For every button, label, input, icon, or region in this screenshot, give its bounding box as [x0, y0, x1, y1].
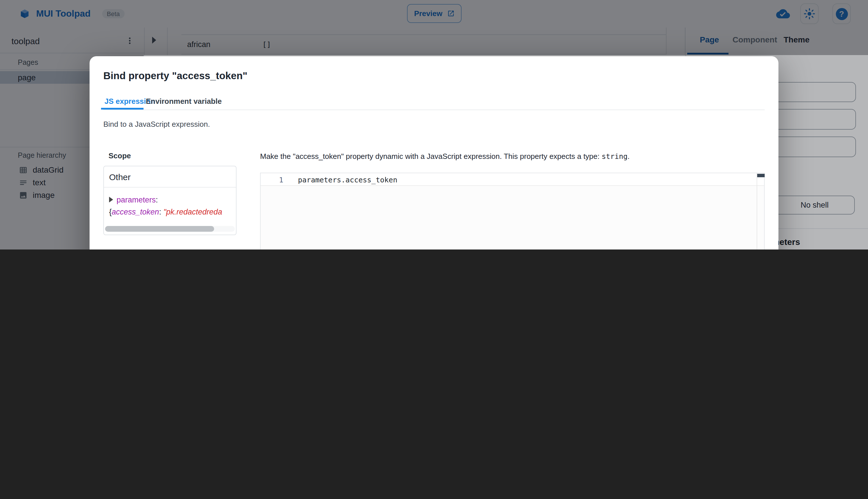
tree-value-preview: "pk.redactedreda: [163, 208, 222, 216]
tree-key: parameters: [117, 196, 156, 204]
editor-scroll-gutter: [757, 173, 757, 250]
code-editor[interactable]: 1 parameters.access_token: [260, 173, 765, 250]
tab-environment-variable[interactable]: Environment variable: [146, 97, 222, 106]
scope-scrollbar-thumb[interactable]: [105, 226, 214, 232]
tree-prop: access_token: [112, 208, 159, 216]
modal-subtitle: Bind to a JavaScript expression.: [103, 120, 210, 129]
tree-expand-icon[interactable]: [109, 197, 113, 203]
editor-description: Make the "access_token" property dynamic…: [260, 152, 630, 161]
type-name: string: [602, 152, 628, 161]
scope-tree[interactable]: parameters: {access_token: "pk.redactedr…: [109, 194, 233, 218]
editor-scrollbar-thumb[interactable]: [757, 174, 765, 177]
code-line: parameters.access_token: [298, 175, 397, 184]
scope-scrollbar-track: [105, 226, 235, 232]
scope-group-label: Other: [109, 172, 131, 182]
scope-label: Scope: [108, 151, 131, 160]
modal-title: Bind property "access_token": [103, 70, 247, 82]
line-number: 1: [279, 175, 283, 184]
tree-brace: {: [109, 208, 112, 216]
bind-property-modal: Bind property "access_token" JS expressi…: [90, 56, 778, 250]
scope-panel: Other parameters: {access_token: "pk.red…: [103, 166, 237, 235]
screen: MUI Toolpad Beta Preview: [0, 0, 868, 250]
